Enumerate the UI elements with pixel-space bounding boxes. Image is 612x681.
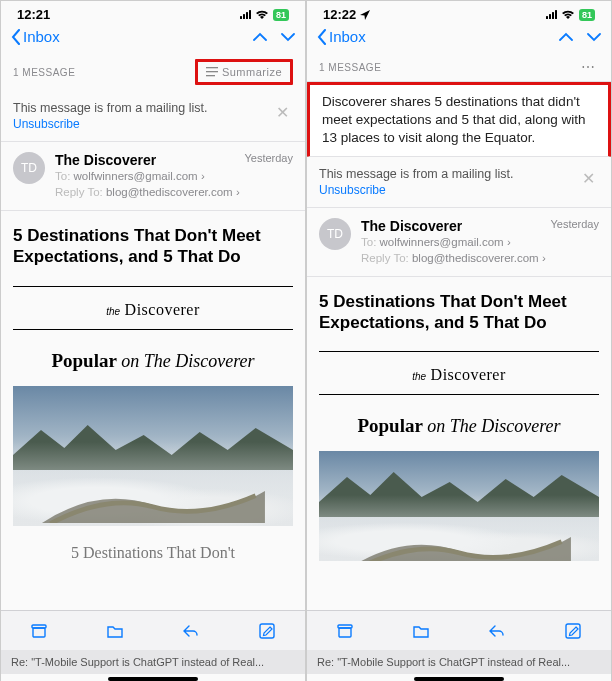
svg-rect-1 [206, 71, 218, 72]
next-message-button[interactable] [587, 32, 601, 42]
back-label: Inbox [23, 28, 60, 45]
archive-button[interactable] [334, 620, 356, 642]
brand-logo: the Discoverer [319, 351, 599, 395]
mailing-text: This message is from a mailing list. [13, 101, 208, 115]
phone-right: 12:22 81 Inbox 1 MESSAGE ⋯ Discoverer sh… [307, 1, 611, 681]
hero-image [13, 386, 293, 526]
dismiss-banner-button[interactable]: ✕ [272, 101, 293, 124]
figure-caption: Re: "T-Mobile Support is ChatGPT instead… [307, 650, 611, 674]
message-header: 1 MESSAGE ⋯ [307, 53, 611, 82]
email-body: the Discoverer Popular on The Discoverer… [1, 282, 305, 568]
chevron-left-icon [317, 29, 327, 45]
prev-message-button[interactable] [559, 32, 573, 42]
ai-summary: Discoverer shares 5 destinations that di… [307, 82, 611, 157]
bottom-toolbar [1, 610, 305, 650]
wifi-icon [561, 10, 575, 20]
prev-message-button[interactable] [253, 32, 267, 42]
mailing-list-banner: This message is from a mailing list. Uns… [307, 157, 611, 208]
avatar: TD [13, 152, 45, 184]
section-heading: Popular on The Discoverer [13, 350, 293, 372]
reply-address: blog@thediscoverer.com [106, 186, 233, 198]
svg-rect-0 [206, 67, 218, 68]
subject-line: 5 Destinations That Don't Meet Expectati… [1, 211, 305, 282]
summarize-label: Summarize [222, 66, 282, 78]
compose-button[interactable] [256, 620, 278, 642]
reply-button[interactable] [180, 620, 202, 642]
avatar: TD [319, 218, 351, 250]
status-bar: 12:22 81 [307, 1, 611, 24]
mailing-list-banner: This message is from a mailing list. Uns… [1, 91, 305, 142]
summarize-icon [206, 66, 218, 78]
dismiss-banner-button[interactable]: ✕ [578, 167, 599, 190]
home-indicator [108, 677, 198, 681]
summarize-button[interactable]: Summarize [195, 59, 293, 85]
back-button[interactable]: Inbox [317, 28, 366, 45]
archive-button[interactable] [28, 620, 50, 642]
hero-image [319, 451, 599, 561]
svg-rect-2 [206, 75, 215, 76]
reply-address: blog@thediscoverer.com [412, 252, 539, 264]
sender-block[interactable]: TD The Discoverer To: wolfwinners@gmail.… [307, 208, 611, 277]
svg-rect-7 [339, 628, 351, 637]
status-time: 12:21 [17, 7, 50, 22]
wifi-icon [255, 10, 269, 20]
brand-logo: the Discoverer [13, 286, 293, 330]
to-address: wolfwinners@gmail.com [380, 236, 504, 248]
email-body: the Discoverer Popular on The Discoverer [307, 347, 611, 561]
section-heading: Popular on The Discoverer [319, 415, 599, 437]
next-message-button[interactable] [281, 32, 295, 42]
phone-left: 12:21 81 Inbox 1 MESSAGE Summarize This … [1, 1, 305, 681]
chevron-left-icon [11, 29, 21, 45]
nav-bar: Inbox [1, 24, 305, 53]
svg-rect-4 [33, 628, 45, 637]
more-button[interactable]: ⋯ [577, 59, 600, 75]
svg-rect-5 [260, 624, 274, 638]
message-date: Yesterday [244, 152, 293, 164]
back-label: Inbox [329, 28, 366, 45]
bottom-toolbar [307, 610, 611, 650]
location-icon [360, 10, 370, 20]
back-button[interactable]: Inbox [11, 28, 60, 45]
status-time: 12:22 [323, 7, 356, 22]
battery-icon: 81 [273, 9, 289, 21]
message-count: 1 MESSAGE [319, 62, 381, 73]
message-date: Yesterday [550, 218, 599, 230]
reply-button[interactable] [486, 620, 508, 642]
signal-icon [240, 10, 251, 19]
unsubscribe-link[interactable]: Unsubscribe [13, 117, 208, 131]
status-bar: 12:21 81 [1, 1, 305, 24]
sender-block[interactable]: TD The Discoverer To: wolfwinners@gmail.… [1, 142, 305, 211]
home-indicator [414, 677, 504, 681]
mailing-text: This message is from a mailing list. [319, 167, 514, 181]
battery-icon: 81 [579, 9, 595, 21]
to-address: wolfwinners@gmail.com [74, 170, 198, 182]
compose-button[interactable] [562, 620, 584, 642]
message-count: 1 MESSAGE [13, 67, 75, 78]
figure-caption: Re: "T-Mobile Support is ChatGPT instead… [1, 650, 305, 674]
nav-bar: Inbox [307, 24, 611, 53]
signal-icon [546, 10, 557, 19]
article-title: 5 Destinations That Don't [13, 526, 293, 568]
subject-line: 5 Destinations That Don't Meet Expectati… [307, 277, 611, 348]
svg-rect-8 [566, 624, 580, 638]
folder-button[interactable] [104, 620, 126, 642]
folder-button[interactable] [410, 620, 432, 642]
message-header: 1 MESSAGE Summarize [1, 53, 305, 91]
unsubscribe-link[interactable]: Unsubscribe [319, 183, 514, 197]
